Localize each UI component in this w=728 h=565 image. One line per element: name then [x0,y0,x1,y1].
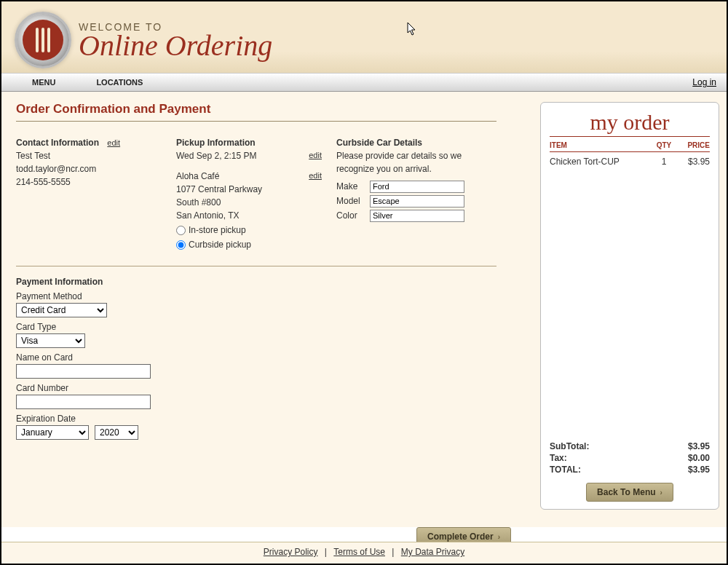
chevron-right-icon: › [498,533,500,541]
pickup-heading: Pickup Information [176,138,256,148]
logo-icon [15,12,71,68]
total-value: $3.95 [688,465,710,475]
chevron-right-icon: › [660,489,662,497]
card-type-label: Card Type [16,322,526,332]
name-on-card-label: Name on Card [16,352,526,363]
order-head-price: PRICE [676,141,710,149]
exp-year-select[interactable]: 2020 [95,425,138,440]
car-model-input[interactable] [370,195,464,208]
footer-mydata-link[interactable]: My Data Privacy [401,547,464,557]
divider [16,266,496,266]
car-color-input[interactable] [370,210,464,222]
car-color-label: Color [336,209,364,222]
my-order-title: my order [550,110,710,137]
pickup-time-edit-link[interactable]: edit [309,149,322,162]
contact-section: Contact Information edit Test Test todd.… [16,136,162,251]
contact-email: todd.taylor@ncr.com [16,162,162,175]
nav-login[interactable]: Log in [692,77,716,87]
nav-locations[interactable]: LOCATIONS [76,78,163,87]
pickup-section: Pickup Information Wed Sep 2, 2:15 PM ed… [176,136,322,251]
header: WELCOME TO Online Ordering [1,1,727,73]
order-head-qty: QTY [652,141,676,149]
tax-value: $0.00 [688,453,710,463]
card-number-label: Card Number [16,383,526,393]
pickup-addr1: 1077 Central Parkway [176,183,322,196]
contact-name: Test Test [16,149,162,162]
car-make-input[interactable] [370,181,464,193]
nav-menu[interactable]: MENU [12,78,76,87]
contact-phone: 214-555-5555 [16,175,162,189]
pickup-addr2: South #800 [176,196,322,209]
tax-label: Tax: [550,453,567,463]
footer-privacy-link[interactable]: Privacy Policy [264,547,318,557]
order-line: Chicken Tort-CUP 1 $3.95 [550,152,710,171]
total-label: TOTAL: [550,465,581,475]
subtotal-label: SubTotal: [550,441,589,451]
payment-method-select[interactable]: Credit Card [16,303,107,317]
pickup-time: Wed Sep 2, 2:15 PM [176,151,257,161]
payment-section: Payment Information Payment Method Credi… [16,277,526,440]
nav-bar: MENU LOCATIONS Log in [1,73,727,92]
order-head-item: ITEM [550,141,652,149]
back-to-menu-button[interactable]: Back To Menu › [586,483,673,502]
contact-heading: Contact Information [16,138,99,148]
curbside-heading: Curbside Car Details [336,138,422,148]
footer-terms-link[interactable]: Terms of Use [333,547,385,557]
curbside-instruction: Please provide car details so we recogni… [336,149,496,175]
name-on-card-input[interactable] [16,364,151,379]
car-model-label: Model [336,194,364,208]
order-item-name: Chicken Tort-CUP [550,157,652,167]
payment-method-label: Payment Method [16,291,526,301]
contact-edit-link[interactable]: edit [107,138,120,147]
pickup-store: Aloha Café [176,171,219,181]
pickup-instore-radio[interactable]: In-store pickup [176,224,322,237]
car-make-label: Make [336,180,364,193]
exp-month-select[interactable]: January [16,425,89,440]
subtotal-value: $3.95 [688,441,710,451]
order-item-price: $3.95 [676,157,710,167]
curbside-section: Curbside Car Details Please provide car … [336,136,496,251]
my-order-panel: my order ITEM QTY PRICE Chicken Tort-CUP… [540,102,719,510]
pickup-location-edit-link[interactable]: edit [309,170,322,182]
payment-heading: Payment Information [16,277,526,287]
card-number-input[interactable] [16,395,151,409]
footer: Privacy Policy | Terms of Use | My Data … [1,542,727,564]
page-title: Order Confirmation and Payment [16,102,496,122]
site-title: Online Ordering [79,33,272,59]
pickup-city: San Antonio, TX [176,209,322,222]
card-type-select[interactable]: Visa [16,333,85,348]
pickup-curbside-radio[interactable]: Curbside pickup [176,238,322,251]
order-item-qty: 1 [652,157,676,167]
expiration-label: Expiration Date [16,414,526,424]
